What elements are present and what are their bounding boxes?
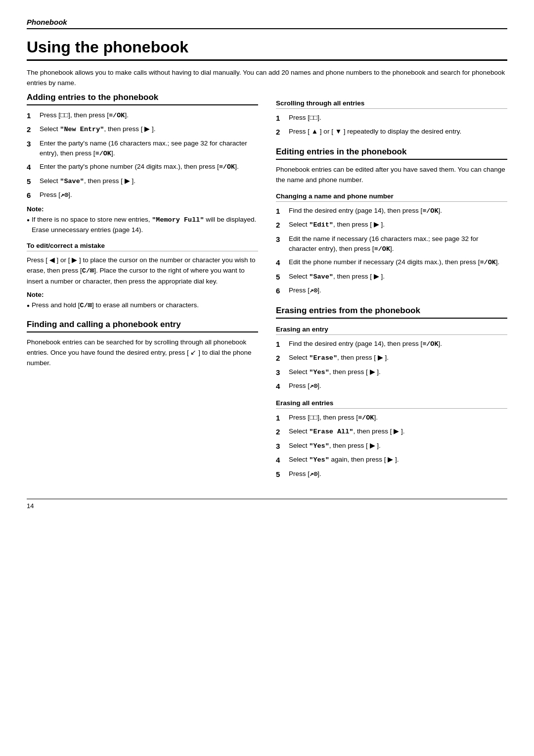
erasing-all-steps: Press [□□], then press [≡/OK]. Select "E… <box>276 413 507 480</box>
erasing-entry-subheading: Erasing an entry <box>276 326 507 335</box>
editing-step-2: Select "Edit", then press [ ▶ ]. <box>276 220 507 231</box>
erase-all-step-5: Press [↗⊙]. <box>276 469 507 480</box>
adding-step-5: Select "Save", then press [ ▶ ]. <box>27 176 258 188</box>
erase-all-step-4: Select "Yes" again, then press [ ▶ ]. <box>276 455 507 466</box>
erase-entry-step-3: Select "Yes", then press [ ▶ ]. <box>276 367 507 378</box>
adding-step-6: Press [↗⊙]. <box>27 190 258 201</box>
main-title: Using the phonebook <box>27 38 507 61</box>
intro-text: The phonebook allows you to make calls w… <box>27 68 507 89</box>
editing-step-4: Edit the phone number if necessary (24 d… <box>276 257 507 269</box>
erasing-heading: Erasing entries from the phonebook <box>276 306 507 319</box>
scrolling-subheading: Scrolling through all entries <box>276 99 507 109</box>
erase-all-step-3: Select "Yes", then press [ ▶ ]. <box>276 441 507 452</box>
adding-step-3: Enter the party's name (16 characters ma… <box>27 139 258 159</box>
adding-heading: Adding entries to the phonebook <box>27 93 258 105</box>
note-bullet-1: If there is no space to store new entrie… <box>27 215 258 236</box>
note-bullet-2: Press and hold [C/⊠] to erase all number… <box>27 300 258 311</box>
erase-entry-step-2: Select "Erase", then press [ ▶ ]. <box>276 353 507 364</box>
erase-all-step-1: Press [□□], then press [≡/OK]. <box>276 413 507 424</box>
editing-intro: Phonebook entries can be edited after yo… <box>276 165 507 186</box>
adding-step-2: Select "New Entry", then press [ ▶ ]. <box>27 124 258 136</box>
editing-heading: Editing entries in the phonebook <box>276 147 507 160</box>
erasing-entry-steps: Find the desired entry (page 14), then p… <box>276 339 507 392</box>
erase-entry-step-4: Press [↗⊙]. <box>276 381 507 392</box>
adding-note: Note: If there is no space to store new … <box>27 205 258 236</box>
left-column: Adding entries to the phonebook Press [□… <box>27 93 258 483</box>
changing-subheading: Changing a name and phone number <box>276 192 507 202</box>
erase-entry-step-1: Find the desired entry (page 14), then p… <box>276 339 507 350</box>
adding-step-1: Press [□□], then press [≡/OK]. <box>27 110 258 122</box>
two-col-layout: Adding entries to the phonebook Press [□… <box>27 93 507 483</box>
adding-step-4: Enter the party's phone number (24 digit… <box>27 162 258 173</box>
header-title: Phonebook <box>27 18 67 26</box>
page: Phonebook Using the phonebook The phoneb… <box>0 0 534 756</box>
finding-heading: Finding and calling a phonebook entry <box>27 320 258 332</box>
erase-all-step-2: Select "Erase All", then press [ ▶ ]. <box>276 426 507 438</box>
editing-step-6: Press [↗⊙]. <box>276 285 507 297</box>
scrolling-steps: Press [□□]. Press [ ▲ ] or [ ▼ ] repeate… <box>276 113 507 138</box>
scrolling-step-1: Press [□□]. <box>276 113 507 124</box>
editing-step-3: Edit the name if necessary (16 character… <box>276 234 507 255</box>
finding-intro: Phonebook entries can be searched for by… <box>27 337 258 369</box>
note-label-2: Note: <box>27 291 258 298</box>
erasing-all-subheading: Erasing all entries <box>276 399 507 409</box>
page-header: Phonebook <box>27 18 507 29</box>
edit-correct-text: Press [ ◀ ] or [ ▶ ] to place the cursor… <box>27 255 258 287</box>
editing-step-1: Find the desired entry (page 14), then p… <box>276 206 507 217</box>
adding-steps: Press [□□], then press [≡/OK]. Select "N… <box>27 110 258 201</box>
edit-note: Note: Press and hold [C/⊠] to erase all … <box>27 291 258 311</box>
page-footer: 14 <box>27 499 507 510</box>
note-label-1: Note: <box>27 205 258 213</box>
editing-steps: Find the desired entry (page 14), then p… <box>276 206 507 297</box>
scrolling-step-2: Press [ ▲ ] or [ ▼ ] repeatedly to displ… <box>276 127 507 138</box>
edit-correct-subheading: To edit/correct a mistake <box>27 242 258 251</box>
editing-step-5: Select "Save", then press [ ▶ ]. <box>276 272 507 283</box>
page-number: 14 <box>27 502 34 510</box>
right-column: Scrolling through all entries Press [□□]… <box>276 93 507 483</box>
